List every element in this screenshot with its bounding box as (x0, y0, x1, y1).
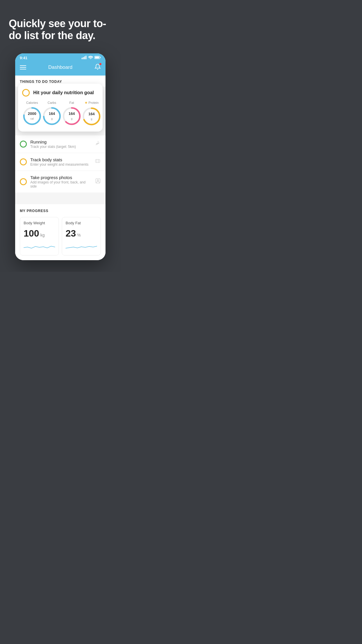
body-weight-sparkline (24, 242, 55, 252)
running-subtitle: Track your stats (target: 5km) (30, 145, 91, 149)
photos-text: Take progress photos Add images of your … (30, 175, 92, 188)
notification-dot (99, 63, 101, 65)
photos-title: Take progress photos (30, 175, 92, 180)
svg-rect-2 (84, 56, 85, 59)
battery-icon (94, 56, 101, 60)
body-stats-check-circle (20, 158, 27, 165)
svg-rect-1 (83, 57, 84, 59)
protein-ring: 164 g (82, 106, 101, 126)
running-icon (94, 141, 101, 147)
todo-item-photos[interactable]: Take progress photos Add images of your … (15, 171, 106, 192)
body-weight-unit: kg (40, 233, 45, 237)
running-text: Running Track your stats (target: 5km) (30, 139, 91, 149)
todo-item-running[interactable]: Running Track your stats (target: 5km) (15, 135, 106, 153)
bell-button[interactable] (94, 64, 101, 71)
body-weight-value: 100 kg (24, 228, 55, 239)
progress-header: MY PROGRESS (20, 209, 101, 213)
svg-rect-6 (100, 57, 101, 58)
spacer (15, 192, 106, 200)
svg-point-19 (97, 180, 99, 181)
calories-item: Calories 2000 cal (22, 101, 42, 126)
scale-icon (94, 158, 101, 165)
goal-title: Hit your daily nutrition goal (33, 90, 94, 95)
app-content: THINGS TO DO TODAY Hit your daily nutrit… (15, 76, 106, 260)
photos-subtitle: Add images of your front, back, and side (30, 180, 92, 188)
signal-icon (82, 56, 87, 60)
person-icon (95, 178, 101, 185)
nutrition-card: Hit your daily nutrition goal Calories (18, 84, 103, 132)
fat-label: Fat (69, 101, 74, 104)
carbs-item: Carbs 164 g (42, 101, 62, 126)
body-fat-unit: % (77, 233, 81, 237)
svg-rect-0 (82, 58, 82, 59)
todo-list: Running Track your stats (target: 5km) (15, 135, 106, 192)
card-title-row: Hit your daily nutrition goal (22, 89, 99, 97)
fat-item: Fat 164 g (62, 101, 82, 126)
calories-ring: 2000 cal (22, 106, 42, 126)
status-time: 9:41 (20, 56, 27, 60)
hero-title: Quickly see your to-do list for the day. (9, 18, 112, 42)
hamburger-menu[interactable] (20, 65, 26, 69)
goal-check-circle[interactable] (22, 89, 30, 97)
page-wrapper: Quickly see your to-do list for the day.… (0, 0, 121, 272)
photos-check-circle (20, 178, 27, 185)
body-fat-value: 23 % (66, 228, 97, 239)
running-check-circle (20, 141, 27, 148)
body-stats-title: Track body stats (30, 157, 91, 162)
status-icons (82, 56, 101, 60)
body-stats-text: Track body stats Enter your weight and m… (30, 157, 91, 167)
body-fat-card[interactable]: Body Fat 23 % (62, 217, 101, 256)
status-bar: 9:41 (15, 53, 106, 61)
body-fat-title: Body Fat (66, 221, 97, 225)
svg-rect-5 (95, 56, 99, 58)
protein-item: ★ Protein 164 g (82, 101, 101, 126)
carbs-ring: 164 g (42, 106, 62, 126)
protein-label: ★ Protein (85, 101, 99, 105)
top-nav: Dashboard (15, 61, 106, 76)
svg-rect-3 (86, 56, 87, 59)
running-title: Running (30, 139, 91, 144)
body-stats-subtitle: Enter your weight and measurements (30, 162, 91, 167)
phone-mockup: 9:41 (15, 53, 106, 260)
body-fat-sparkline (66, 242, 97, 252)
calories-label: Calories (26, 101, 38, 104)
hero-section: Quickly see your to-do list for the day. (0, 0, 121, 53)
progress-section: MY PROGRESS Body Weight 100 kg (15, 204, 106, 260)
progress-cards: Body Weight 100 kg Body Fat (20, 217, 101, 256)
nav-title: Dashboard (48, 64, 72, 70)
body-weight-title: Body Weight (24, 221, 55, 225)
carbs-label: Carbs (48, 101, 56, 104)
body-weight-card[interactable]: Body Weight 100 kg (20, 217, 59, 256)
nutrition-circles: Calories 2000 cal (22, 101, 99, 126)
svg-rect-15 (96, 160, 100, 163)
fat-ring: 164 g (62, 106, 82, 126)
todo-item-body-stats[interactable]: Track body stats Enter your weight and m… (15, 153, 106, 171)
star-icon: ★ (85, 101, 88, 105)
wifi-icon (88, 56, 93, 60)
